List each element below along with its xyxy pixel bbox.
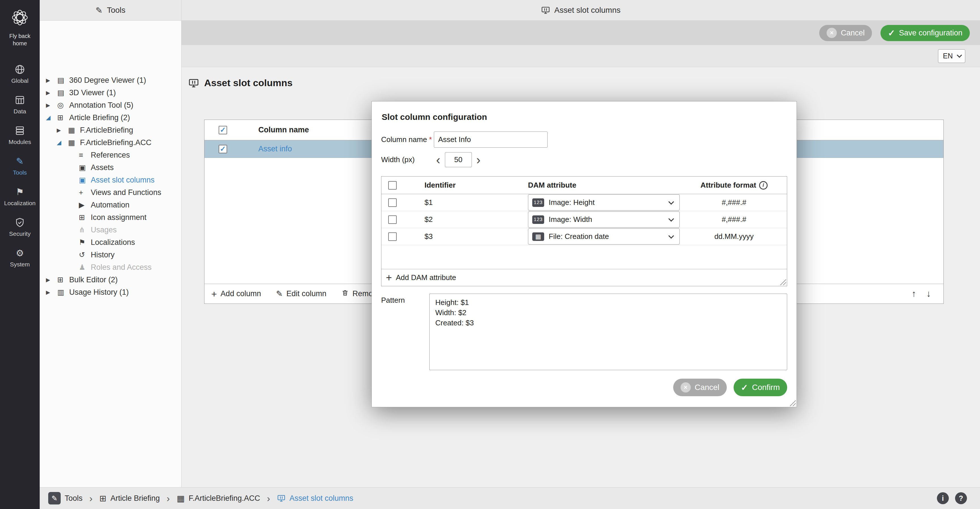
trash-icon [341, 289, 349, 299]
nav-item-security[interactable]: Security [0, 211, 40, 242]
history-icon: ↺ [79, 251, 91, 259]
dialog-title: Slot column configuration [382, 112, 787, 122]
monitor-icon: ▣ [79, 163, 91, 172]
add-dam-attribute-button[interactable]: + Add DAM attribute [382, 269, 787, 286]
caret-collapsed-icon[interactable]: ▶ [57, 127, 68, 133]
primary-sidebar: Fly back home Global Data Modules [0, 0, 40, 509]
flag-icon: ⚑ [16, 186, 24, 198]
tree-item[interactable]: ≡ References [40, 149, 181, 161]
dialog-confirm-button[interactable]: ✓ Confirm [733, 379, 787, 396]
tree-item[interactable]: ▶ Automation [40, 199, 181, 211]
nav-item-tools[interactable]: ✎ Tools [0, 150, 40, 181]
move-down-button[interactable]: ↓ [926, 289, 931, 299]
breadcrumb-item-tools[interactable]: ✎ Tools [48, 492, 83, 504]
nav-item-data[interactable]: Data [0, 89, 40, 120]
dam-attribute-select[interactable]: ▦ File: Creation date [528, 228, 680, 244]
caret-collapsed-icon[interactable]: ▶ [46, 102, 57, 109]
breadcrumb-item-article-briefing[interactable]: ⊞ Article Briefing [99, 493, 160, 503]
tree-item[interactable]: ▶ ▤ 3D Viewer (1) [40, 86, 181, 99]
info-button[interactable]: i [937, 492, 949, 504]
tree-item[interactable]: ⋔ Usages [40, 224, 181, 236]
tree-item[interactable]: ⊞ Icon assignment [40, 211, 181, 224]
tree-item[interactable]: ▶ ▥ Usage History (1) [40, 286, 181, 298]
tree-item[interactable]: ▶ ⊞ Bulk Editor (2) [40, 273, 181, 286]
nav-item-system[interactable]: ⚙ System [0, 242, 40, 273]
breadcrumb-separator: › [167, 493, 170, 504]
width-input[interactable] [445, 152, 472, 167]
caret-collapsed-icon[interactable]: ▶ [46, 277, 57, 283]
number-badge-icon: 123 [532, 198, 544, 207]
slot-column-configuration-dialog: Slot column configuration Column name * … [371, 101, 797, 407]
cancel-button[interactable]: × Cancel [819, 25, 872, 41]
dialog-resize-handle[interactable] [789, 399, 796, 406]
dialog-cancel-button[interactable]: × Cancel [673, 379, 727, 396]
caret-collapsed-icon[interactable]: ▶ [46, 90, 57, 96]
caret-collapsed-icon[interactable]: ▶ [46, 77, 57, 84]
main-section-title: Asset slot columns [554, 6, 620, 15]
tree-item-label: Icon assignment [91, 213, 146, 222]
play-icon: ▶ [79, 201, 91, 209]
row-reorder-controls: ↑ ↓ [912, 289, 931, 299]
tree-item[interactable]: ▣ Assets [40, 161, 181, 174]
plus-icon: + [211, 289, 217, 299]
tree-item[interactable]: ◢ ▦ F.ArticleBriefing.ACC [40, 136, 181, 149]
dam-attribute-select[interactable]: 123 Image: Height [528, 194, 680, 211]
column-name-input[interactable] [434, 132, 547, 147]
person-icon: ♟ [79, 263, 91, 272]
tree-item[interactable]: ▶ ◎ Annotation Tool (5) [40, 99, 181, 111]
info-icon[interactable]: i [759, 181, 768, 190]
caret-expanded-icon[interactable]: ◢ [57, 139, 68, 146]
pattern-textarea[interactable]: Height: $1 Width: $2 Created: $3 [429, 293, 787, 370]
select-all-attributes-checkbox[interactable] [388, 181, 397, 190]
column-name-field-row: Column name * [381, 132, 787, 147]
dam-attribute-header: DAM attribute [528, 181, 681, 190]
check-icon: ✓ [741, 382, 748, 393]
tree-item-label: Assets [91, 163, 114, 172]
home-button[interactable]: Fly back home [4, 7, 36, 47]
shield-icon [14, 217, 25, 228]
dam-attribute-select[interactable]: 123 Image: Width [528, 211, 680, 228]
edit-column-button[interactable]: ✎ Edit column [276, 289, 326, 298]
tree-item[interactable]: ↺ History [40, 249, 181, 261]
grid-icon: ⊞ [79, 213, 91, 222]
breadcrumb-item-articlebriefing-acc[interactable]: ▦ F.ArticleBriefing.ACC [177, 493, 260, 503]
add-column-button[interactable]: + Add column [211, 289, 261, 299]
tree-item[interactable]: ⚑ Localizations [40, 236, 181, 249]
move-up-button[interactable]: ↑ [912, 289, 916, 299]
tree-item[interactable]: ♟ Roles and Access [40, 261, 181, 273]
tree-item-label: Roles and Access [91, 263, 152, 272]
caret-collapsed-icon[interactable]: ▶ [46, 289, 57, 296]
tree-item[interactable]: ▶ ▤ 360 Degree Viewer (1) [40, 74, 181, 86]
nav-item-global[interactable]: Global [0, 59, 40, 89]
select-all-checkbox[interactable] [219, 126, 227, 134]
row-checkbox[interactable] [219, 145, 227, 153]
attribute-format-header: Attribute format i [681, 181, 787, 190]
main-section-header: Asset slot columns [181, 0, 980, 21]
tree-item[interactable]: ◢ ⊞ Article Briefing (2) [40, 111, 181, 124]
tree-item[interactable]: ▣ Asset slot columns [40, 174, 181, 186]
caret-expanded-icon[interactable]: ◢ [46, 114, 57, 121]
breadcrumb-item-asset-slot-columns[interactable]: Asset slot columns [277, 494, 353, 503]
pencil-icon: ✎ [276, 289, 282, 298]
primary-nav: Global Data Modules ✎ Tools ⚑ Localiza [0, 59, 40, 273]
tool-tree: ▶ ▤ 360 Degree Viewer (1) ▶ ▤ 3D Viewer … [40, 21, 181, 298]
tree-item-label: 3D Viewer (1) [69, 89, 116, 97]
width-decrement-button[interactable]: ‹ [434, 154, 443, 166]
copies-icon: ▥ [57, 288, 69, 297]
nav-item-modules[interactable]: Modules [0, 120, 40, 150]
width-increment-button[interactable]: › [474, 154, 483, 166]
attribute-row-checkbox[interactable] [388, 198, 397, 207]
nav-item-localization[interactable]: ⚑ Localization [0, 181, 40, 211]
attribute-row-checkbox[interactable] [388, 232, 397, 241]
column-name-cell: Asset info [258, 144, 292, 153]
attribute-row-checkbox[interactable] [388, 216, 397, 224]
tree-item-label: Annotation Tool (5) [69, 101, 133, 110]
language-selector[interactable]: EN [938, 49, 965, 63]
tree-item[interactable]: ▶ ▦ F.ArticleBriefing [40, 124, 181, 136]
check-icon: ✓ [888, 28, 895, 38]
dialog-actions: × Cancel ✓ Confirm [381, 379, 787, 396]
tree-item[interactable]: + Views and Functions [40, 186, 181, 199]
flag-icon: ⚑ [79, 238, 91, 247]
help-button[interactable]: ? [955, 492, 967, 504]
save-configuration-button[interactable]: ✓ Save configuration [880, 25, 970, 41]
